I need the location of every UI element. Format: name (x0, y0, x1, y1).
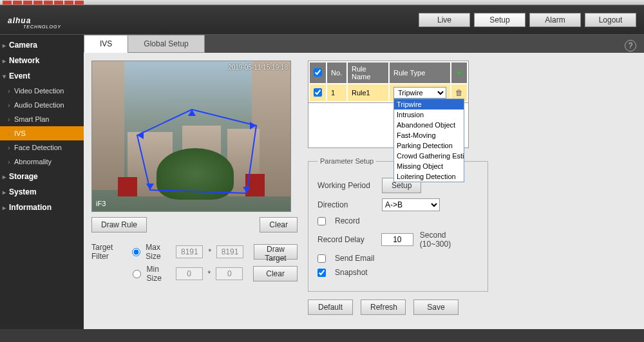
parameter-legend: Parameter Setup (317, 157, 376, 165)
rule-type-opt-2[interactable]: Abandoned Object (394, 120, 464, 130)
sidebar-smart-plan[interactable]: Smart Plan (0, 112, 84, 126)
sidebar-face-detection[interactable]: Face Detection (0, 140, 84, 155)
record-delay-hint: Second (10~300) (420, 231, 478, 249)
record-label: Record (335, 216, 360, 225)
sidebar-ivs[interactable]: IVS (0, 126, 84, 140)
rule-hdr-name: Rule Name (348, 62, 388, 83)
snapshot-label: Snapshot (335, 268, 368, 277)
tab-global-setup[interactable]: Global Setup (128, 35, 204, 53)
rule-check-1[interactable] (314, 88, 322, 97)
snapshot-checkbox[interactable] (317, 269, 326, 277)
working-period-label: Working Period (317, 181, 375, 190)
brand-sub: TECHNOLOGY (23, 24, 61, 29)
browser-toolbar (0, 0, 644, 5)
direction-label: Direction (317, 200, 375, 209)
sidebar-video-detection[interactable]: Video Detection (0, 84, 84, 98)
record-checkbox[interactable] (317, 217, 326, 225)
draw-target-button[interactable]: Draw Target (254, 244, 298, 260)
tab-bar: IVS Global Setup (84, 35, 644, 53)
refresh-button[interactable]: Refresh (361, 299, 406, 315)
rule-row-1[interactable]: 1 Rule1 Tripwire Tripwire Intrusion Aban… (310, 84, 467, 101)
brand-name: alhua (8, 16, 31, 25)
sidebar-information[interactable]: Information (0, 200, 84, 215)
content-area: IVS Global Setup ? 2019-05-11 15:19:18 i… (84, 35, 644, 342)
video-preview[interactable]: 2019-05-11 15:19:18 iF3 (91, 61, 291, 212)
rule-name-1[interactable]: Rule1 (348, 84, 388, 101)
size-sep1: * (208, 247, 211, 256)
min-height-input[interactable] (216, 267, 243, 280)
rule-type-opt-0[interactable]: Tripwire (394, 99, 464, 109)
sidebar-storage[interactable]: Storage (0, 169, 84, 184)
max-size-label: Max Size (146, 243, 171, 261)
target-filter-label: Target Filter (91, 243, 127, 261)
min-size-label: Min Size (146, 265, 170, 283)
rule-check-all[interactable] (314, 68, 322, 77)
brand-logo: alhua TECHNOLOGY (8, 10, 61, 29)
max-width-input[interactable] (176, 245, 203, 258)
send-email-label: Send Email (335, 254, 374, 263)
nav-alarm[interactable]: Alarm (529, 13, 581, 27)
tab-ivs[interactable]: IVS (84, 35, 128, 53)
delete-rule-icon[interactable]: 🗑 (455, 88, 463, 97)
rule-type-select[interactable]: Tripwire (393, 87, 446, 99)
help-icon[interactable]: ? (625, 40, 636, 52)
sidebar: Camera Network Event Video Detection Aud… (0, 35, 84, 342)
save-button[interactable]: Save (413, 299, 459, 315)
video-timestamp: 2019-05-11 15:19:18 (228, 64, 288, 71)
rule-hdr-type: Rule Type (390, 62, 450, 83)
rule-type-opt-1[interactable]: Intrusion (394, 109, 464, 120)
max-height-input[interactable] (216, 245, 243, 258)
record-delay-input[interactable] (381, 233, 413, 246)
sidebar-abnormality[interactable]: Abnormality (0, 155, 84, 169)
bottom-bar (0, 329, 644, 342)
direction-select[interactable]: A->B (382, 198, 440, 211)
sidebar-camera[interactable]: Camera (0, 37, 84, 53)
sidebar-event[interactable]: Event (0, 68, 84, 84)
min-width-input[interactable] (176, 267, 203, 280)
max-size-radio[interactable] (132, 248, 140, 256)
default-button[interactable]: Default (308, 299, 353, 315)
nav-live[interactable]: Live (419, 13, 470, 27)
nav-setup[interactable]: Setup (474, 13, 526, 27)
clear-target-button[interactable]: Clear (253, 266, 298, 281)
record-delay-label: Record Delay (317, 235, 375, 244)
rule-type-opt-6[interactable]: Missing Object (394, 161, 464, 171)
sidebar-system[interactable]: System (0, 184, 84, 200)
send-email-checkbox[interactable] (317, 254, 326, 263)
sidebar-network[interactable]: Network (0, 53, 84, 68)
min-size-radio[interactable] (133, 270, 141, 278)
sidebar-audio-detection[interactable]: Audio Detection (0, 98, 84, 112)
rule-no-1: 1 (327, 84, 346, 101)
rule-type-opt-4[interactable]: Parking Detection (394, 140, 464, 151)
clear-rule-button[interactable]: Clear (260, 217, 298, 233)
draw-rule-button[interactable]: Draw Rule (91, 217, 147, 233)
app-header: alhua TECHNOLOGY Live Setup Alarm Logout (0, 5, 644, 35)
rule-type-opt-5[interactable]: Crowd Gathering Estimation (394, 151, 464, 161)
rule-type-opt-3[interactable]: Fast-Moving (394, 130, 464, 140)
rule-type-opt-7[interactable]: Loitering Detection (394, 171, 464, 182)
nav-logout[interactable]: Logout (585, 13, 636, 27)
top-nav: Live Setup Alarm Logout (419, 13, 636, 27)
size-sep2: * (208, 269, 211, 278)
rule-type-dropdown: Tripwire Intrusion Abandoned Object Fast… (393, 99, 464, 182)
ivs-panel: 2019-05-11 15:19:18 iF3 Draw Rule Clear … (84, 53, 644, 339)
rule-table: No. Rule Name Rule Type + 1 Rule1 Tripw (308, 61, 469, 103)
video-label: iF3 (96, 200, 106, 207)
add-rule-icon[interactable]: + (457, 68, 462, 78)
rule-hdr-no: No. (327, 62, 346, 83)
